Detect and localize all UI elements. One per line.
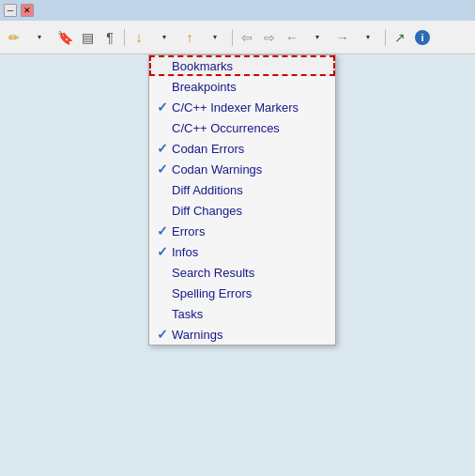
nav-forward-icon: →	[336, 30, 349, 45]
toolbar: ✏ ▾ 🔖 ▤ ¶ ↓ ▾ ↑ ▾ ⇦ ⇨ ← ▾ →	[0, 21, 475, 54]
check-col-4: ✓	[153, 141, 172, 156]
menu-label-9: Infos	[172, 245, 198, 259]
check-col-5: ✓	[153, 161, 172, 177]
tag-button[interactable]: 🔖	[54, 27, 75, 48]
nav-back-double-button[interactable]: ⇦	[237, 27, 257, 48]
menu-item-codan-errors[interactable]: ✓Codan Errors	[149, 138, 335, 159]
menu-item-infos[interactable]: ✓Infos	[149, 241, 335, 262]
nav-forward-button[interactable]: →	[332, 27, 353, 48]
close-button[interactable]: ✕	[21, 4, 34, 17]
separator-3	[385, 29, 386, 46]
menu-item-breakpoints[interactable]: Breakpoints	[149, 76, 335, 97]
sort-down-button[interactable]: ↓	[129, 27, 149, 48]
menu-item-diff-additions[interactable]: Diff Additions	[149, 179, 335, 200]
menu-item-errors[interactable]: ✓Errors	[149, 221, 335, 241]
menu-label-4: Codan Errors	[172, 142, 244, 156]
info-button[interactable]: i	[412, 27, 433, 48]
pencil-arrow-button[interactable]: ▾	[26, 27, 53, 48]
check-col-8: ✓	[153, 223, 172, 238]
pencil-button[interactable]: ✏	[4, 27, 24, 48]
menu-label-1: Breakpoints	[172, 80, 237, 94]
menu-label-13: Warnings	[172, 328, 222, 342]
menu-label-6: Diff Additions	[172, 183, 243, 197]
menu-label-8: Errors	[172, 224, 205, 238]
sort-down-dropdown-icon: ▾	[162, 33, 166, 41]
check-col-13: ✓	[153, 327, 172, 342]
menu-label-2: C/C++ Indexer Markers	[172, 100, 299, 115]
menu-label-5: Codan Warnings	[172, 162, 262, 177]
info-icon: i	[415, 30, 430, 45]
menu-label-10: Search Results	[172, 266, 254, 280]
nav-back-icon: ←	[285, 30, 299, 45]
nav-forward-dropdown-button[interactable]: ▾	[355, 27, 381, 48]
menu-item-codan-warnings[interactable]: ✓Codan Warnings	[149, 159, 335, 179]
menu-label-12: Tasks	[172, 307, 203, 321]
menu-label-0: Bookmarks	[172, 59, 233, 73]
separator-2	[232, 29, 233, 46]
sort-down-icon: ↓	[136, 30, 143, 45]
pilcrow-button[interactable]: ¶	[100, 27, 120, 48]
menu-item-bookmarks[interactable]: Bookmarks	[149, 55, 335, 76]
sort-up-button[interactable]: ↑	[179, 27, 200, 48]
pencil-dropdown-icon: ▾	[38, 33, 41, 41]
sort-up-dropdown-button[interactable]: ▾	[202, 27, 228, 48]
nav-forward-double-button[interactable]: ⇨	[259, 27, 280, 48]
nav-back-button[interactable]: ←	[282, 27, 302, 48]
menu-label-3: C/C++ Occurrences	[172, 121, 280, 135]
title-bar: ─ ✕	[0, 0, 475, 21]
separator-1	[124, 29, 125, 46]
menu-item-c-c---indexer-markers[interactable]: ✓C/C++ Indexer Markers	[149, 97, 335, 117]
pencil-icon: ✏	[8, 30, 20, 45]
sort-down-dropdown-button[interactable]: ▾	[151, 27, 177, 48]
minimize-button[interactable]: ─	[4, 4, 17, 17]
menu-label-7: Diff Changes	[172, 204, 242, 218]
sort-up-dropdown-icon: ▾	[213, 33, 217, 41]
menu-item-spelling-errors[interactable]: Spelling Errors	[149, 283, 335, 303]
annotation-types-dropdown: BookmarksBreakpoints✓C/C++ Indexer Marke…	[148, 54, 336, 345]
sort-up-icon: ↑	[187, 30, 193, 45]
pilcrow-icon: ¶	[106, 30, 114, 45]
export-button[interactable]: ↗	[390, 27, 410, 48]
tag-icon: 🔖	[57, 30, 73, 45]
main-area: BookmarksBreakpoints✓C/C++ Indexer Marke…	[0, 54, 475, 476]
nav-forward-dropdown-icon: ▾	[366, 33, 370, 41]
nav-back-dropdown-button[interactable]: ▾	[304, 27, 330, 48]
menu-label-11: Spelling Errors	[172, 286, 252, 300]
grid-button[interactable]: ▤	[77, 27, 98, 48]
check-col-2: ✓	[153, 100, 172, 115]
menu-item-diff-changes[interactable]: Diff Changes	[149, 200, 335, 221]
menu-item-tasks[interactable]: Tasks	[149, 303, 335, 324]
menu-item-search-results[interactable]: Search Results	[149, 262, 335, 283]
menu-item-c-c---occurrences[interactable]: C/C++ Occurrences	[149, 117, 335, 138]
export-icon: ↗	[394, 30, 406, 45]
nav-back-double-icon: ⇦	[241, 30, 253, 45]
nav-back-dropdown-icon: ▾	[315, 33, 319, 41]
nav-forward-double-icon: ⇨	[264, 30, 275, 45]
grid-icon: ▤	[82, 30, 94, 45]
check-col-9: ✓	[153, 244, 172, 259]
menu-item-warnings[interactable]: ✓Warnings	[149, 324, 335, 345]
